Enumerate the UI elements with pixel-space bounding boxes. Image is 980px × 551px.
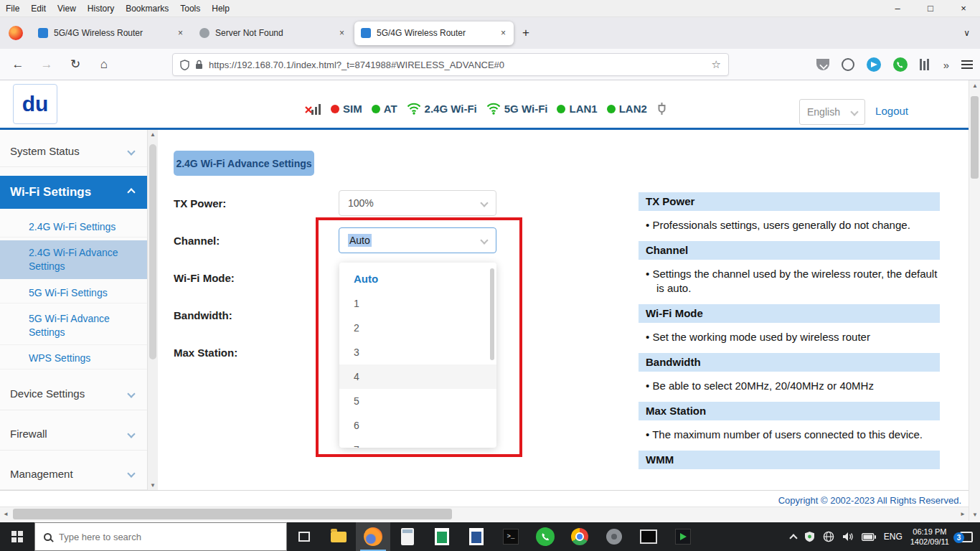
wifi-icon — [407, 103, 421, 115]
dropdown-option-4[interactable]: 4 — [339, 364, 496, 389]
firefox-icon[interactable] — [9, 26, 23, 40]
menu-history[interactable]: History — [82, 0, 120, 17]
sidebar-item-firewall[interactable]: Firewall — [0, 418, 147, 451]
dropdown-option-6[interactable]: 6 — [339, 413, 496, 438]
tab-server-not-found[interactable]: Server Not Found × — [193, 22, 352, 45]
volume-icon[interactable] — [842, 532, 854, 542]
scroll-up-icon[interactable]: ▲ — [969, 80, 980, 92]
du-logo: du — [13, 84, 57, 124]
calculator-button[interactable] — [390, 522, 425, 551]
tx-power-select[interactable]: 100% — [339, 190, 496, 216]
scroll-up-icon[interactable]: ▲ — [148, 131, 158, 138]
display-app-button[interactable] — [631, 522, 666, 551]
chrome-button[interactable] — [562, 522, 597, 551]
network-globe-icon[interactable] — [823, 531, 834, 542]
bookmark-star-icon[interactable]: ☆ — [712, 58, 721, 71]
close-button[interactable]: × — [947, 0, 980, 17]
minimize-button[interactable]: – — [881, 0, 914, 17]
notification-center-icon[interactable]: 3 — [960, 532, 973, 542]
list-all-tabs-icon[interactable]: ∨ — [963, 28, 970, 38]
scroll-down-icon[interactable]: ▼ — [148, 482, 158, 489]
channel-select[interactable]: Auto — [339, 227, 496, 253]
scrollbar-thumb[interactable] — [971, 96, 979, 179]
back-button[interactable]: ← — [7, 54, 29, 75]
dropdown-option-5[interactable]: 5 — [339, 389, 496, 413]
sidebar-item-device-settings[interactable]: Device Settings — [0, 377, 147, 410]
library-icon[interactable] — [920, 59, 931, 70]
dropdown-option-1[interactable]: 1 — [339, 291, 496, 316]
file-explorer-button[interactable] — [321, 522, 356, 551]
scrollbar-thumb[interactable] — [149, 144, 156, 359]
sidebar-item-system-status[interactable]: System Status — [0, 136, 147, 167]
new-tab-button[interactable]: + — [516, 23, 536, 43]
container-icon[interactable] — [842, 58, 854, 71]
sidebar-item-wifi-settings[interactable]: Wi-Fi Settings — [0, 176, 147, 209]
reload-button[interactable]: ↻ — [65, 54, 86, 75]
lock-icon[interactable] — [195, 60, 203, 70]
media-app-button[interactable] — [666, 522, 700, 551]
sidebar-item-5g-wifi-advance-settings[interactable]: 5G Wi-Fi Advance Settings — [0, 306, 147, 345]
language-indicator[interactable]: ENG — [884, 532, 903, 542]
terminal-button[interactable]: >_ — [494, 522, 528, 551]
sidebar-item-24g-wifi-settings[interactable]: 2.4G Wi-Fi Settings — [0, 216, 147, 237]
browser-menubar: File Edit View History Bookmarks Tools H… — [0, 0, 980, 17]
sidebar-item-5g-wifi-settings[interactable]: 5G Wi-Fi Settings — [0, 282, 147, 303]
tab-router-2-active[interactable]: 5G/4G Wireless Router × — [354, 22, 514, 45]
at-status-dot — [372, 105, 380, 113]
vertical-scrollbar[interactable]: ▲ ▼ — [969, 80, 980, 521]
address-bar[interactable]: https://192.168.70.1/index.html?_t=87419… — [172, 53, 729, 76]
clock[interactable]: 06:19 PM 1402/09/11 — [910, 527, 949, 547]
app-menu-icon[interactable] — [961, 60, 973, 69]
whatsapp-button[interactable] — [528, 522, 562, 551]
battery-icon[interactable] — [862, 533, 876, 541]
page-tab-24g-advance[interactable]: 2.4G Wi-Fi Advance Settings — [174, 151, 314, 176]
menu-edit[interactable]: Edit — [25, 0, 52, 17]
wifi5-status: 5G Wi-Fi — [486, 103, 548, 115]
scroll-left-icon[interactable]: ◄ — [0, 507, 11, 522]
menu-view[interactable]: View — [52, 0, 82, 17]
home-button[interactable]: ⌂ — [93, 54, 115, 75]
spreadsheet-app-button[interactable] — [425, 522, 459, 551]
menu-bookmarks[interactable]: Bookmarks — [120, 0, 174, 17]
search-input[interactable] — [59, 532, 260, 542]
scrollbar-thumb[interactable] — [13, 509, 452, 519]
tray-expand-icon[interactable] — [789, 534, 797, 542]
telegram-icon[interactable] — [867, 57, 881, 72]
dropdown-option-2[interactable]: 2 — [339, 316, 496, 340]
firefox-taskbar-button[interactable] — [356, 522, 390, 551]
menu-help[interactable]: Help — [206, 0, 235, 17]
sidebar-item-24g-wifi-advance-settings[interactable]: 2.4G Wi-Fi Advance Settings — [0, 240, 147, 279]
language-select[interactable]: English — [799, 99, 865, 125]
sidebar-scrollbar[interactable]: ▲ ▼ — [147, 130, 158, 490]
start-button[interactable] — [0, 522, 34, 551]
scroll-right-icon[interactable]: ► — [957, 507, 969, 522]
dropdown-option-auto[interactable]: Auto — [339, 267, 496, 291]
whatsapp-icon[interactable] — [893, 57, 908, 72]
sidebar-item-management[interactable]: Management — [0, 458, 147, 490]
menu-file[interactable]: File — [0, 0, 25, 17]
task-view-button[interactable] — [287, 522, 321, 551]
scroll-down-icon[interactable]: ▼ — [969, 509, 980, 521]
overflow-menu-icon[interactable]: » — [943, 59, 949, 71]
sidebar-item-wps-settings[interactable]: WPS Settings — [0, 347, 147, 369]
horizontal-scrollbar[interactable]: ◄ ► — [0, 507, 969, 521]
security-shield-icon[interactable] — [804, 531, 815, 542]
settings-app-button[interactable] — [597, 522, 631, 551]
dropdown-scrollbar-thumb[interactable] — [490, 268, 494, 360]
dropdown-option-3[interactable]: 3 — [339, 340, 496, 364]
forward-button[interactable]: → — [36, 54, 57, 75]
menu-tools[interactable]: Tools — [174, 0, 206, 17]
tab-close-icon[interactable]: × — [499, 28, 507, 38]
tab-close-icon[interactable]: × — [176, 28, 184, 38]
url-text[interactable]: https://192.168.70.1/index.html?_t=87419… — [209, 60, 712, 70]
dropdown-option-7[interactable]: 7 — [339, 438, 496, 448]
tab-router-1[interactable]: 5G/4G Wireless Router × — [32, 22, 191, 45]
office-app-button[interactable] — [459, 522, 494, 551]
logout-link[interactable]: Logout — [875, 105, 908, 117]
channel-label: Channel: — [174, 235, 220, 249]
pocket-icon[interactable] — [816, 59, 829, 70]
maximize-button[interactable]: □ — [914, 0, 947, 17]
shield-icon[interactable] — [180, 60, 189, 70]
taskbar-search[interactable] — [34, 522, 287, 551]
tab-close-icon[interactable]: × — [338, 28, 346, 38]
